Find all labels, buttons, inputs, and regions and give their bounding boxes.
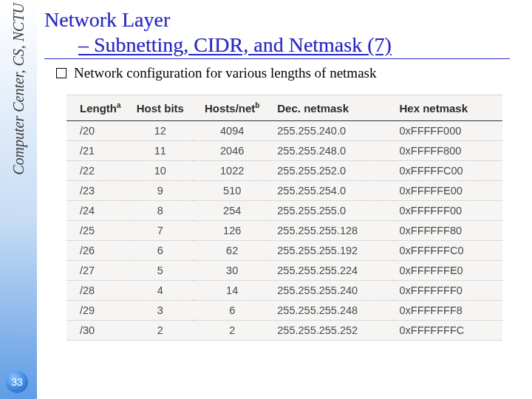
cell-hostbits: 9 [128,181,194,201]
sidebar-label: Computer Center, CS, NCTU [10,3,27,175]
cell-dec: 255.255.255.192 [271,241,393,261]
cell-hex: 0xFFFFF800 [393,141,502,161]
cell-dec: 255.255.255.224 [271,261,393,281]
cell-length: /24 [66,201,128,221]
cell-length: /21 [66,141,128,161]
cell-hex: 0xFFFFFFFC [393,321,502,341]
cell-hostbits: 4 [128,281,194,301]
table-header: Lengtha Host bits Hosts/netb Dec. netmas… [66,95,502,121]
content-area: Network Layer – Subnetting, CIDR, and Ne… [44,0,525,399]
cell-length: /27 [66,261,128,281]
cell-length: /23 [66,181,128,201]
cell-length: /22 [66,161,128,181]
table-row: /26662255.255.255.1920xFFFFFFC0 [66,241,502,261]
col-header-length: Lengtha [66,95,128,121]
table-row: /21112046255.255.248.00xFFFFF800 [66,141,502,161]
cell-hostbits: 5 [128,261,194,281]
cell-hostsnet: 2 [193,321,271,341]
netmask-table-container: Lengtha Host bits Hosts/netb Dec. netmas… [66,95,502,341]
cell-length: /29 [66,301,128,321]
col-header-dec: Dec. netmask [271,95,393,121]
cell-length: /26 [66,241,128,261]
col-header-hex: Hex netmask [393,95,502,121]
cell-dec: 255.255.252.0 [271,161,393,181]
cell-length: /28 [66,281,128,301]
col-header-hostsnet: Hosts/netb [193,95,271,121]
cell-hostsnet: 126 [193,221,271,241]
table-row: /248254255.255.255.00xFFFFFF00 [66,201,502,221]
table-row: /257126255.255.255.1280xFFFFFF80 [66,221,502,241]
cell-hostsnet: 14 [193,281,271,301]
page-number-badge: 33 [6,371,28,393]
cell-hostbits: 2 [128,321,194,341]
cell-dec: 255.255.254.0 [271,181,393,201]
cell-hex: 0xFFFFFF00 [393,201,502,221]
cell-hostsnet: 6 [193,301,271,321]
cell-hostsnet: 2046 [193,141,271,161]
cell-hostbits: 12 [128,121,194,141]
cell-dec: 255.255.255.240 [271,281,393,301]
cell-hostbits: 7 [128,221,194,241]
cell-dec: 255.255.240.0 [271,121,393,141]
cell-hex: 0xFFFFFF80 [393,221,502,241]
table-row: /28414255.255.255.2400xFFFFFFF0 [66,281,502,301]
cell-dec: 255.255.255.248 [271,301,393,321]
cell-hex: 0xFFFFF000 [393,121,502,141]
cell-dec: 255.255.248.0 [271,141,393,161]
slide: Computer Center, CS, NCTU 33 Network Lay… [0,0,532,399]
cell-length: /20 [66,121,128,141]
cell-dec: 255.255.255.252 [271,321,393,341]
table-body: /20124094255.255.240.00xFFFFF000/2111204… [66,121,502,341]
cell-hostsnet: 1022 [193,161,271,181]
slide-title: Network Layer – Subnetting, CIDR, and Ne… [44,7,525,57]
sidebar: Computer Center, CS, NCTU [0,0,37,399]
cell-hostsnet: 62 [193,241,271,261]
table-row: /3022255.255.255.2520xFFFFFFFC [66,321,502,341]
table-row: /2936255.255.255.2480xFFFFFFF8 [66,301,502,321]
cell-hex: 0xFFFFFC00 [393,161,502,181]
cell-hex: 0xFFFFFFF8 [393,301,502,321]
cell-length: /30 [66,321,128,341]
bullet-text: Network configuration for various length… [74,65,376,81]
cell-dec: 255.255.255.128 [271,221,393,241]
cell-hostbits: 6 [128,241,194,261]
table-row: /27530255.255.255.2240xFFFFFFE0 [66,261,502,281]
netmask-table: Lengtha Host bits Hosts/netb Dec. netmas… [66,95,502,340]
title-line-2: – Subnetting, CIDR, and Netmask (7) [44,33,525,58]
page-number: 33 [11,376,23,388]
cell-hostsnet: 30 [193,261,271,281]
col-header-hostbits: Host bits [128,95,194,121]
cell-dec: 255.255.255.0 [271,201,393,221]
table-row: /239510255.255.254.00xFFFFFE00 [66,181,502,201]
bullet-item: Network configuration for various length… [56,65,525,81]
cell-hex: 0xFFFFFFF0 [393,281,502,301]
cell-hostsnet: 4094 [193,121,271,141]
table-row: /22101022255.255.252.00xFFFFFC00 [66,161,502,181]
cell-hostbits: 3 [128,301,194,321]
cell-hostsnet: 254 [193,201,271,221]
cell-hostbits: 8 [128,201,194,221]
cell-hostbits: 11 [128,141,194,161]
table-row: /20124094255.255.240.00xFFFFF000 [66,121,502,141]
title-line-1: Network Layer [44,7,525,33]
cell-hostbits: 10 [128,161,194,181]
cell-hex: 0xFFFFFFE0 [393,261,502,281]
bullet-square-icon [56,68,66,78]
cell-length: /25 [66,221,128,241]
cell-hex: 0xFFFFFE00 [393,181,502,201]
title-underline [44,58,510,59]
cell-hex: 0xFFFFFFC0 [393,241,502,261]
cell-hostsnet: 510 [193,181,271,201]
